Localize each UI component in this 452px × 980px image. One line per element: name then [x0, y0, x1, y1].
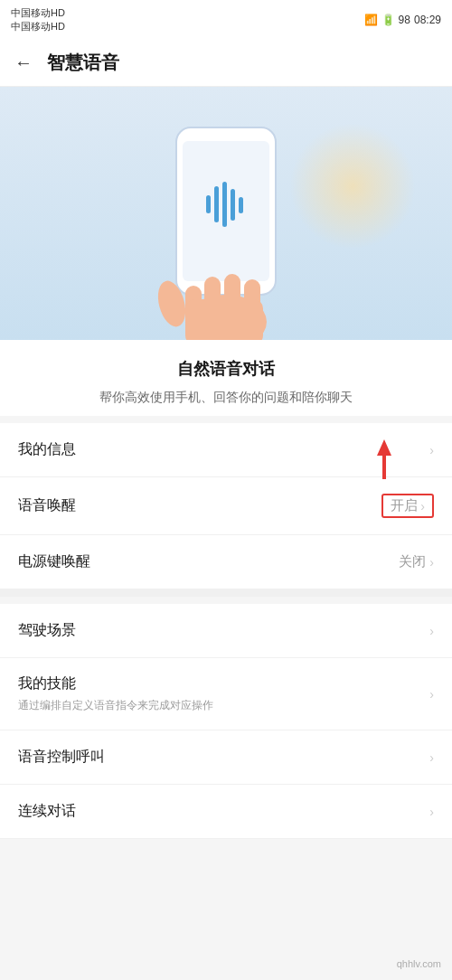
status-bar: 中国移动HD 中国移动HD 📶 🔋 98 08:29 — [0, 0, 452, 40]
power-wake-item[interactable]: 电源键唤醒 关闭 › — [0, 535, 452, 589]
drive-scene-item[interactable]: 驾驶场景 › — [0, 604, 452, 658]
nav-bar: ← 智慧语音 — [0, 40, 452, 87]
divider-1 — [0, 589, 452, 597]
drive-scene-chevron: › — [429, 624, 434, 638]
my-skills-chevron: › — [429, 687, 434, 702]
carrier1-label: 中国移动HD — [11, 6, 65, 20]
voice-wake-item[interactable]: 语音唤醒 开启 › — [0, 477, 452, 535]
power-wake-title: 电源键唤醒 — [18, 552, 399, 571]
watermark: qhhlv.com — [397, 958, 441, 969]
voice-call-left: 语音控制呼叫 — [18, 748, 429, 767]
voice-call-title: 语音控制呼叫 — [18, 748, 429, 767]
voice-wake-value: 开启 — [391, 497, 418, 514]
svg-marker-14 — [377, 439, 391, 479]
voice-call-item[interactable]: 语音控制呼叫 › — [0, 730, 452, 785]
time-label: 08:29 — [414, 14, 441, 26]
my-skills-right: › — [429, 687, 434, 702]
voice-call-chevron: › — [429, 750, 434, 765]
voice-wake-chevron: › — [420, 499, 425, 514]
continuous-talk-chevron: › — [429, 805, 434, 819]
voice-call-right: › — [429, 750, 434, 765]
power-wake-right: 关闭 › — [399, 553, 434, 570]
page-title: 智慧语音 — [47, 51, 119, 75]
voice-wake-right: 开启 › — [381, 494, 434, 518]
svg-rect-4 — [222, 182, 227, 227]
svg-rect-13 — [185, 299, 263, 340]
power-wake-chevron: › — [429, 555, 434, 570]
my-info-right: › — [429, 443, 434, 457]
svg-rect-5 — [231, 189, 235, 221]
signal-icon: 📶 — [364, 14, 378, 26]
description-text: 帮你高效使用手机、回答你的问题和陪你聊天 — [18, 387, 434, 407]
continuous-talk-left: 连续对话 — [18, 802, 429, 821]
annotation-arrow — [366, 439, 402, 479]
carrier-info: 中国移动HD 中国移动HD — [11, 6, 65, 34]
light-circle — [289, 123, 416, 250]
my-info-chevron: › — [429, 443, 434, 457]
continuous-talk-title: 连续对话 — [18, 802, 429, 821]
drive-scene-left: 驾驶场景 — [18, 621, 429, 640]
drive-scene-right: › — [429, 624, 434, 638]
power-wake-value: 关闭 — [399, 553, 426, 570]
power-wake-left: 电源键唤醒 — [18, 552, 399, 571]
back-button[interactable]: ← — [14, 52, 33, 73]
carrier2-label: 中国移动HD — [11, 20, 65, 33]
continuous-talk-right: › — [429, 805, 434, 819]
svg-rect-2 — [206, 195, 211, 213]
my-skills-subtitle: 通过编排自定义语音指令来完成对应操作 — [18, 697, 429, 713]
battery-label: 98 — [399, 14, 410, 26]
hand-icon — [136, 109, 298, 340]
settings-group-1: 我的信息 › 语音唤醒 开启 › 电源键唤醒 关闭 › — [0, 423, 452, 589]
voice-wake-highlight-box: 开启 › — [381, 494, 434, 518]
status-icons: 📶 🔋 98 08:29 — [364, 14, 441, 26]
phone-illustration — [163, 109, 289, 317]
wifi-icon: 🔋 — [381, 14, 395, 26]
description-title: 自然语音对话 — [18, 358, 434, 380]
svg-rect-6 — [239, 197, 243, 213]
voice-wake-left: 语音唤醒 — [18, 496, 381, 515]
voice-wake-title: 语音唤醒 — [18, 496, 381, 515]
settings-group-2: 驾驶场景 › 我的技能 通过编排自定义语音指令来完成对应操作 › 语音控制呼叫 … — [0, 604, 452, 839]
continuous-talk-item[interactable]: 连续对话 › — [0, 785, 452, 839]
description-section: 自然语音对话 帮你高效使用手机、回答你的问题和陪你聊天 — [0, 340, 452, 416]
hero-section — [0, 87, 452, 340]
svg-rect-3 — [214, 186, 219, 222]
my-skills-item[interactable]: 我的技能 通过编排自定义语音指令来完成对应操作 › — [0, 658, 452, 730]
my-skills-title: 我的技能 — [18, 674, 429, 693]
my-skills-left: 我的技能 通过编排自定义语音指令来完成对应操作 — [18, 674, 429, 713]
drive-scene-title: 驾驶场景 — [18, 621, 429, 640]
